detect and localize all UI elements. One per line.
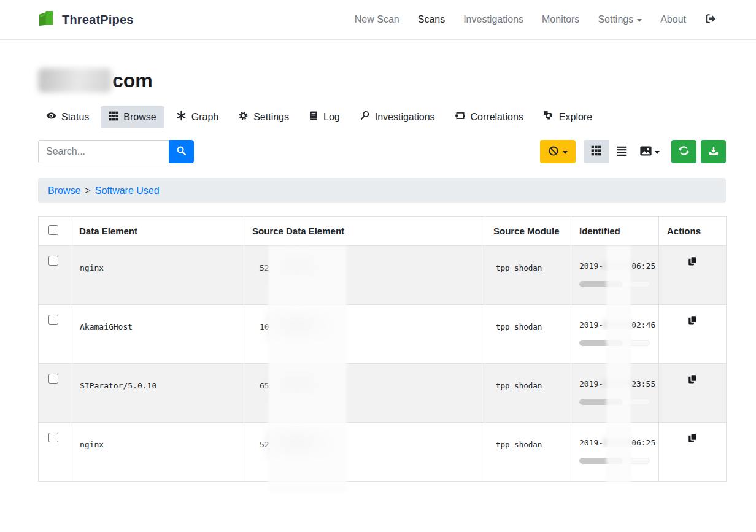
- row-checkbox[interactable]: [48, 433, 58, 442]
- row-checkbox[interactable]: [48, 315, 58, 325]
- nav-item-settings[interactable]: Settings: [588, 9, 651, 30]
- main-nav: New Scan Scans Investigations Monitors S…: [345, 8, 718, 31]
- brand[interactable]: ThreatPipes: [38, 10, 134, 29]
- download-button[interactable]: [701, 140, 726, 163]
- source-module-value: tpp_shodan: [485, 305, 571, 331]
- redacted-date-part: [603, 321, 631, 329]
- copy-icon: [688, 436, 697, 445]
- confidence-bar: [579, 399, 650, 405]
- gear-icon: [238, 110, 249, 123]
- tab-correlations[interactable]: Correlations: [447, 106, 531, 128]
- page-title: com: [38, 68, 726, 93]
- tab-settings-label: Settings: [253, 112, 289, 123]
- breadcrumb: Browse > Software Used: [38, 178, 726, 203]
- tab-investigations[interactable]: Investigations: [352, 106, 443, 128]
- table-header-row: Data Element Source Data Element Source …: [39, 217, 727, 246]
- nav-item-monitors[interactable]: Monitors: [533, 9, 588, 30]
- tab-explore[interactable]: Explore: [535, 106, 600, 128]
- results-table-wrap: Data Element Source Data Element Source …: [38, 216, 726, 482]
- identified-date: 2019-06:25: [571, 423, 658, 447]
- grid-icon: [109, 111, 118, 123]
- copy-button[interactable]: [688, 246, 697, 268]
- threatpipes-logo-icon: [38, 10, 57, 29]
- brand-name: ThreatPipes: [62, 13, 134, 27]
- source-module-value: tpp_shodan: [485, 423, 571, 449]
- list-icon: [616, 146, 627, 158]
- confidence-bar: [579, 281, 650, 287]
- search-group: [38, 140, 194, 163]
- refresh-button[interactable]: [671, 140, 696, 163]
- ban-icon: [548, 145, 559, 158]
- source-data-element-value: 52: [244, 423, 485, 449]
- source-data-element-value: 65: [244, 364, 485, 390]
- tab-settings[interactable]: Settings: [230, 106, 297, 128]
- tab-correlations-label: Correlations: [471, 112, 523, 123]
- redacted-date-part: [603, 380, 631, 388]
- breadcrumb-browse-link[interactable]: Browse: [48, 185, 80, 196]
- eye-icon: [46, 110, 56, 123]
- list-view-button[interactable]: [609, 140, 634, 163]
- copy-icon: [688, 377, 697, 386]
- magnifier-icon: [176, 145, 187, 158]
- chevron-down-icon: [563, 151, 568, 154]
- grid-view-button[interactable]: [584, 140, 609, 163]
- identified-date: 2019-23:55: [571, 364, 658, 388]
- logout-button[interactable]: [695, 8, 718, 31]
- source-data-element-value: 52: [244, 246, 485, 272]
- redacted-domain-prefix: [38, 68, 112, 93]
- scan-tabs: Status Browse Graph: [38, 106, 726, 128]
- tab-log[interactable]: Log: [301, 106, 348, 128]
- tab-log-label: Log: [323, 112, 340, 123]
- breadcrumb-current-link[interactable]: Software Used: [95, 185, 160, 196]
- copy-button[interactable]: [688, 423, 697, 445]
- data-element-value: AkamaiGHost: [71, 305, 244, 331]
- sitemap-icon: [543, 110, 554, 123]
- tab-status[interactable]: Status: [38, 106, 97, 128]
- nav-item-investigations[interactable]: Investigations: [454, 9, 533, 30]
- table-row: nginx 52 tpp_shodan 2019-06:25: [39, 246, 727, 305]
- row-checkbox[interactable]: [48, 374, 58, 384]
- nav-item-about[interactable]: About: [651, 9, 695, 30]
- tab-graph-label: Graph: [191, 112, 218, 123]
- copy-icon: [688, 318, 697, 327]
- tab-investigations-label: Investigations: [375, 112, 435, 123]
- nav-item-scans[interactable]: Scans: [409, 9, 454, 30]
- image-icon: [640, 146, 652, 158]
- download-icon: [708, 145, 719, 158]
- nav-item-new-scan[interactable]: New Scan: [345, 9, 409, 30]
- search-input[interactable]: [38, 140, 169, 163]
- copy-icon: [688, 259, 697, 268]
- page-title-text: com: [112, 69, 153, 92]
- select-all-checkbox[interactable]: [48, 225, 58, 235]
- asterisk-icon: [176, 110, 187, 123]
- identified-date: 2019-02:46: [571, 305, 658, 330]
- chevron-down-icon: [637, 19, 642, 22]
- tab-browse-label: Browse: [123, 112, 156, 123]
- magnifier-icon: [360, 110, 370, 123]
- identified-date: 2019-06:25: [571, 246, 658, 271]
- search-button[interactable]: [169, 140, 194, 163]
- tab-graph[interactable]: Graph: [168, 106, 226, 128]
- breadcrumb-separator: >: [85, 185, 90, 196]
- tab-browse[interactable]: Browse: [101, 106, 164, 128]
- copy-button[interactable]: [688, 364, 697, 386]
- copy-button[interactable]: [688, 305, 697, 327]
- table-row: AkamaiGHost 10 tpp_shodan 2019-02:46: [39, 305, 727, 364]
- top-navbar: ThreatPipes New Scan Scans Investigation…: [0, 0, 756, 40]
- row-checkbox[interactable]: [48, 256, 58, 266]
- tab-explore-label: Explore: [559, 112, 592, 123]
- filter-dropdown-button[interactable]: [540, 140, 576, 163]
- header-identified: Identified: [571, 217, 659, 246]
- nav-item-settings-label: Settings: [598, 14, 633, 25]
- main-content: com Status Browse: [38, 68, 726, 482]
- image-view-button[interactable]: [634, 140, 665, 163]
- source-data-element-value: 10: [244, 305, 485, 331]
- header-source-module: Source Module: [485, 217, 571, 246]
- header-source-data-element: Source Data Element: [244, 217, 485, 246]
- data-element-value: SIParator/5.0.10: [71, 364, 244, 390]
- confidence-bar: [579, 340, 650, 346]
- controls-row: [38, 140, 726, 163]
- toolbar: [540, 140, 726, 163]
- sign-out-icon: [704, 13, 717, 26]
- redacted-date-part: [603, 262, 631, 270]
